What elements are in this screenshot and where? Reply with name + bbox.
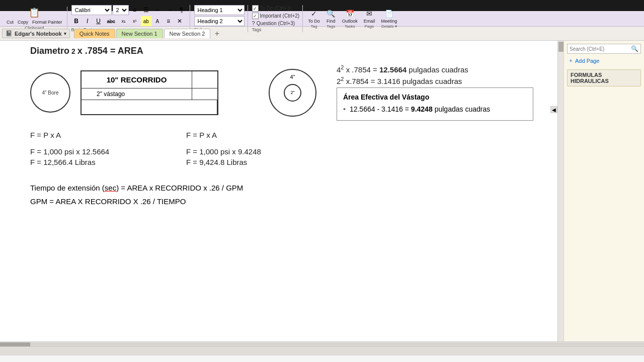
scroll-thumb-top bbox=[558, 42, 564, 52]
right-formula-3: F = 9,424.8 Libras bbox=[186, 158, 287, 166]
italic-button[interactable]: I bbox=[83, 16, 93, 26]
indent-increase-button[interactable]: → bbox=[165, 5, 176, 15]
important-tag[interactable]: ✓ Important (Ctrl+2) bbox=[252, 13, 300, 19]
status-bar bbox=[0, 346, 644, 355]
font-size-select[interactable]: 26 bbox=[113, 5, 129, 15]
inner-circle: 2" bbox=[284, 84, 301, 102]
tags-group: ✓ To Do (Ctrl+1) ✓ Important (Ctrl+2) ? … bbox=[249, 5, 303, 32]
outlook-icon: 📅 bbox=[345, 9, 355, 18]
font-color-button[interactable]: A bbox=[152, 16, 163, 26]
right-sidebar: 🔍 ＋ Add Page FORMULAS HIDRAULICAS bbox=[564, 41, 644, 341]
indent-decrease-button[interactable]: ← bbox=[152, 5, 164, 15]
cylinder-bottom bbox=[82, 100, 217, 114]
basic-text-group: Calibri 26 ≡ ☰ ← → ¶ B I U abc x₁ x¹ ab … bbox=[68, 5, 190, 32]
meeting-icon: 📄 bbox=[384, 9, 394, 18]
rod-mid bbox=[192, 88, 217, 99]
right-formulas: F = P x A F = 1,000 psi x 9.4248 F = 9,4… bbox=[186, 131, 287, 168]
email-icon: ✉ bbox=[364, 9, 374, 18]
question-tag[interactable]: ? Question (Ctrl+3) bbox=[252, 20, 295, 26]
bore-circle: 4" Bore bbox=[30, 72, 70, 113]
paragraph-button[interactable]: ¶ bbox=[177, 5, 187, 15]
ribbon-row1: 📋 Cut Copy Format Painter Clipboard Cali… bbox=[0, 12, 644, 25]
action-buttons: ✓ To Do Tag 🔍 Find Tags 📅 Outlook Tasks … bbox=[304, 8, 401, 30]
scroll-thumb bbox=[0, 342, 30, 346]
left-formula-2: F = 1,000 psi x 12.5664 bbox=[30, 147, 131, 156]
bold-button[interactable]: B bbox=[71, 16, 82, 26]
box-title: Área Efectiva del Vástago bbox=[343, 93, 527, 101]
todo-label: To Do (Ctrl+1) bbox=[260, 6, 292, 11]
scroll-track bbox=[0, 342, 644, 346]
add-page-button[interactable]: ＋ Add Page bbox=[567, 56, 641, 65]
cylinder-diagram: 10" RECORRIDO 2" vástago bbox=[80, 70, 218, 115]
highlight-button[interactable]: ab bbox=[141, 16, 151, 26]
area-box: Área Efectiva del Vástago • 12.5664 - 3.… bbox=[337, 87, 533, 121]
outer-circle-label: 4" bbox=[290, 74, 295, 80]
left-formula-1: F = P x A bbox=[30, 131, 131, 139]
left-formulas: F = P x A F = 1,000 psi x 12.5664 F = 12… bbox=[30, 131, 131, 168]
bottom-formula-1: Tiempo de extensión (sec) = AREA x RECOR… bbox=[30, 184, 533, 192]
page-title: Diametro 2 x .7854 = AREA bbox=[30, 46, 533, 56]
cylinder-label: 10" RECORRIDO bbox=[82, 71, 192, 88]
copy-button[interactable]: Copy bbox=[16, 19, 30, 25]
bottom-formula-2: GPM = AREA X RECORRIDO X .26 / TIEMPO bbox=[30, 197, 533, 206]
calc-line-1: 42 x .7854 = 12.5664 pulgadas cuadras bbox=[337, 64, 533, 74]
clear-format-button[interactable]: ✕ bbox=[175, 16, 185, 26]
diagram-area: 4" Bore 10" RECORRIDO 2" vástago bbox=[30, 64, 533, 121]
search-input[interactable] bbox=[570, 46, 631, 52]
bottom-formulas: Tiempo de extensión (sec) = AREA x RECOR… bbox=[30, 178, 533, 206]
underline-button[interactable]: U bbox=[94, 16, 104, 26]
title-sup: 2 bbox=[71, 47, 75, 55]
right-formula-1: F = P x A bbox=[186, 131, 287, 139]
find-tags-button[interactable]: 🔍 Find Tags bbox=[324, 8, 338, 30]
box-bold: 9.4248 bbox=[411, 105, 433, 113]
todo-icon: ✓ bbox=[309, 9, 319, 18]
format-painter-button[interactable]: Format Painter bbox=[31, 19, 64, 25]
calc-area: F = P x A F = 1,000 psi x 12.5664 F = 12… bbox=[30, 131, 533, 168]
tab-quick-notes[interactable]: Quick Notes bbox=[74, 29, 115, 38]
question-label: Question (Ctrl+3) bbox=[257, 21, 295, 26]
left-formula-3: F = 12,566.4 Libras bbox=[30, 158, 131, 166]
superscript-button[interactable]: x¹ bbox=[130, 16, 140, 26]
heading1-select[interactable]: Heading 1 bbox=[194, 5, 245, 15]
horizontal-scrollbar[interactable] bbox=[0, 341, 644, 346]
list-unordered-button[interactable]: ≡ bbox=[130, 5, 140, 15]
tags-label: Tags bbox=[252, 27, 262, 32]
add-section-button[interactable]: + bbox=[211, 28, 222, 39]
vastago-label: 2" vástago bbox=[82, 88, 192, 100]
add-page-icon: ＋ bbox=[568, 57, 574, 64]
search-bar: 🔍 bbox=[567, 44, 641, 54]
paste-button[interactable]: 📋 bbox=[26, 7, 43, 19]
rod-top bbox=[192, 71, 217, 88]
align-button[interactable]: ≡ bbox=[164, 16, 174, 26]
list-ordered-button[interactable]: ☰ bbox=[141, 5, 151, 15]
sec-underline: sec bbox=[105, 184, 116, 192]
right-calcs: 42 x .7854 = 12.5664 pulgadas cuadras 22… bbox=[337, 64, 533, 121]
calc-line-2: 22 x.7854 = 3.1416 pulgadas cuadras bbox=[337, 76, 533, 85]
strikethrough-button[interactable]: abc bbox=[105, 16, 118, 26]
page-content[interactable]: Diametro 2 x .7854 = AREA 4" Bore 10" RE… bbox=[0, 41, 564, 341]
cut-button[interactable]: Cut bbox=[5, 19, 15, 25]
outer-circle: 4" 2" bbox=[269, 69, 316, 117]
collapse-button[interactable]: ◀ bbox=[550, 106, 557, 113]
box-formula: • 12.5664 - 3.1416 = 9.4248 pulgadas cua… bbox=[343, 105, 527, 113]
font-name-select[interactable]: Calibri bbox=[71, 5, 112, 15]
important-label: Important (Ctrl+2) bbox=[260, 13, 300, 19]
right-formula-2: F = 1,000 psi x 9.4248 bbox=[186, 147, 287, 156]
tab-new-section-2[interactable]: New Section 2 bbox=[164, 29, 211, 38]
tab-new-section-1[interactable]: New Section 1 bbox=[116, 29, 163, 38]
heading2-select[interactable]: Heading 2 bbox=[194, 16, 245, 26]
subscript-button[interactable]: x₁ bbox=[119, 16, 129, 26]
todo-checkbox: ✓ bbox=[252, 5, 259, 12]
formulas-section[interactable]: FORMULAS HIDRAULICAS bbox=[567, 69, 641, 86]
todo-tag[interactable]: ✓ To Do (Ctrl+1) bbox=[252, 5, 292, 12]
find-tags-icon: 🔍 bbox=[326, 9, 336, 18]
notebook-title[interactable]: 📓 Edgar's Notebook ▾ bbox=[2, 29, 70, 38]
email-page-button[interactable]: ✉ Email Page bbox=[362, 8, 377, 30]
important-checkbox: ✓ bbox=[252, 13, 259, 19]
clipboard-group: 📋 Cut Copy Format Painter Clipboard bbox=[2, 7, 67, 31]
meeting-details-button[interactable]: 📄 Meeting Details ▾ bbox=[379, 8, 399, 30]
outlook-tasks-button[interactable]: 📅 Outlook Tasks bbox=[340, 8, 360, 30]
vertical-scrollbar[interactable] bbox=[557, 41, 564, 341]
search-icon[interactable]: 🔍 bbox=[631, 45, 638, 52]
todo-tag-button[interactable]: ✓ To Do Tag bbox=[306, 8, 322, 30]
